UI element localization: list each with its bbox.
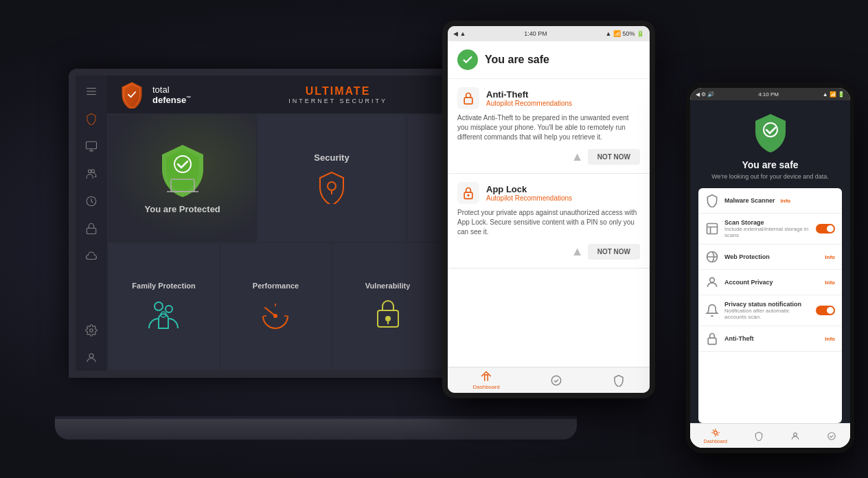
performance-icon bbox=[257, 297, 295, 331]
tablet-not-now-button[interactable]: NOT NOW bbox=[588, 149, 640, 165]
malware-icon bbox=[705, 194, 719, 207]
tablet-anti-theft-subtitle: Autopilot Recommendations bbox=[486, 100, 572, 107]
phone-nav-item4[interactable] bbox=[827, 431, 836, 441]
hero-shield-icon bbox=[152, 142, 214, 197]
tablet-app-lock-body: Protect your private apps against unauth… bbox=[457, 208, 640, 237]
tablet-app-lock-info: App Lock Autopilot Recommendations bbox=[486, 184, 572, 202]
phone-list-item-web[interactable]: Web Protection Info bbox=[698, 244, 842, 270]
logo-text: total defense™ bbox=[152, 84, 191, 105]
tablet-screen: ◀ ▲ 1:40 PM ▲ 📶 50% 🔋 You are safe bbox=[448, 26, 650, 393]
tablet-nav-icon2[interactable] bbox=[550, 374, 562, 387]
tile-protected-label: You are Protected bbox=[145, 204, 220, 214]
tile-security-label: Security bbox=[314, 152, 349, 163]
phone-status-time: 4:10 PM bbox=[758, 91, 779, 98]
tablet-status-left: ◀ ▲ bbox=[453, 30, 466, 37]
tablet-app-lock-header: App Lock Autopilot Recommendations bbox=[457, 182, 640, 204]
logo-total: total bbox=[152, 84, 191, 95]
phone-nav-icon2 bbox=[754, 431, 764, 441]
scan-storage-toggle[interactable] bbox=[816, 224, 835, 234]
tile-performance[interactable]: Performance bbox=[220, 243, 331, 370]
svg-point-37 bbox=[551, 376, 561, 385]
phone-list-item-account[interactable]: Account Privacy Info bbox=[698, 270, 842, 295]
phone-shield-icon bbox=[750, 111, 791, 152]
tile-family-protection[interactable]: Family Protection bbox=[108, 243, 219, 370]
svg-point-32 bbox=[385, 316, 391, 321]
svg-point-23 bbox=[155, 302, 163, 310]
svg-rect-3 bbox=[87, 141, 97, 149]
phone-safe-title: You are safe bbox=[742, 159, 798, 170]
web-label: Web Protection bbox=[724, 253, 819, 260]
phone-list-item-privacy[interactable]: Privacy status notification Notification… bbox=[698, 295, 842, 326]
svg-rect-39 bbox=[707, 224, 718, 234]
sidebar-family-icon[interactable] bbox=[84, 166, 99, 181]
tablet-app-lock-subtitle: Autopilot Recommendations bbox=[486, 194, 572, 202]
family-icon bbox=[145, 297, 183, 331]
privacy-icon bbox=[705, 304, 719, 317]
app-lock-icon bbox=[457, 182, 479, 204]
phone-screen: ◀ ⚙ 🔊 4:10 PM ▲ 📶 🔋 You are safe We're l… bbox=[690, 88, 850, 448]
sidebar-user-icon[interactable] bbox=[84, 350, 99, 365]
phone-nav-dashboard-icon bbox=[711, 428, 720, 437]
tablet-device: ◀ ▲ 1:40 PM ▲ 📶 50% 🔋 You are safe bbox=[442, 21, 655, 398]
phone-status-right: ▲ 📶 🔋 bbox=[823, 91, 845, 98]
sidebar-settings-icon[interactable] bbox=[84, 323, 99, 338]
tile-protected[interactable]: You are Protected bbox=[108, 115, 256, 242]
phone-nav-icon3 bbox=[790, 431, 800, 441]
scan-icon bbox=[705, 222, 719, 236]
svg-point-43 bbox=[710, 277, 715, 282]
sidebar-shield-icon[interactable] bbox=[84, 111, 99, 126]
logo-defense: defense™ bbox=[152, 95, 191, 105]
phone-list-item-antitheft[interactable]: Anti-Theft Info bbox=[698, 326, 842, 352]
phone-nav-dashboard[interactable]: Dashboard bbox=[704, 428, 727, 444]
tablet-nav-dashboard[interactable]: Dashboard bbox=[472, 370, 499, 390]
tablet-arrow-icon: ▲ bbox=[571, 150, 584, 164]
product-subtitle: INTERNET SECURITY bbox=[288, 98, 387, 104]
tablet-app-lock-title: App Lock bbox=[486, 184, 572, 194]
scan-label: Scan Storage bbox=[724, 219, 810, 226]
tablet-anti-theft-body: Activate Anti-Theft to be prepared in th… bbox=[457, 113, 640, 142]
tablet-nav-icon3[interactable] bbox=[613, 374, 625, 387]
malware-info-badge[interactable]: Info bbox=[781, 198, 791, 204]
tile-vulnerability[interactable]: Vulnerability bbox=[332, 243, 443, 370]
phone-status-left: ◀ ⚙ 🔊 bbox=[696, 91, 714, 98]
tablet-bottom-nav: Dashboard bbox=[448, 367, 650, 393]
sidebar-lock-icon[interactable] bbox=[84, 221, 99, 236]
tablet-nav-dashboard-label: Dashboard bbox=[472, 384, 499, 390]
sidebar-menu-icon[interactable] bbox=[84, 84, 99, 99]
svg-point-27 bbox=[273, 314, 277, 318]
phone-list-item-malware[interactable]: Malware Scanner Info bbox=[698, 188, 842, 214]
tablet-content: You are safe Anti-Theft Autopi bbox=[448, 41, 650, 367]
sidebar-clock-icon[interactable] bbox=[84, 194, 99, 209]
laptop-base bbox=[55, 419, 577, 440]
malware-label: Malware Scanner bbox=[724, 197, 775, 204]
svg-point-10 bbox=[90, 329, 93, 332]
antitheft-info-badge[interactable]: Info bbox=[825, 336, 835, 342]
tablet-status-right: ▲ 📶 50% 🔋 bbox=[606, 30, 644, 37]
phone-list-item-scan[interactable]: Scan Storage Include external/internal s… bbox=[698, 214, 842, 244]
tablet-card-header: Anti-Theft Autopilot Recommendations bbox=[457, 87, 640, 109]
tablet-safe-banner: You are safe bbox=[448, 41, 650, 79]
svg-point-24 bbox=[165, 306, 172, 312]
product-ultimate: ULTIMATE bbox=[288, 85, 387, 98]
phone-nav-dashboard-label: Dashboard bbox=[704, 439, 727, 444]
svg-rect-34 bbox=[464, 98, 472, 104]
sidebar-monitor-icon[interactable] bbox=[84, 139, 99, 154]
account-info-badge[interactable]: Info bbox=[825, 280, 835, 286]
svg-point-6 bbox=[89, 170, 92, 173]
svg-rect-9 bbox=[87, 228, 96, 234]
security-icon bbox=[315, 170, 349, 204]
web-info-badge[interactable]: Info bbox=[825, 254, 835, 260]
tile-security[interactable]: Security bbox=[258, 115, 405, 242]
phone-nav-item3[interactable] bbox=[790, 431, 800, 441]
phone-nav-item2[interactable] bbox=[754, 431, 764, 441]
tablet-not-now2-button[interactable]: NOT NOW bbox=[588, 244, 640, 260]
sidebar bbox=[76, 76, 107, 371]
privacy-toggle[interactable] bbox=[816, 306, 835, 315]
tablet-safe-icon bbox=[457, 49, 478, 70]
phone-nav-icon4 bbox=[827, 431, 836, 441]
phone-content: You are safe We're looking out for your … bbox=[690, 100, 850, 423]
phone-security-list: Malware Scanner Info Scan Storage bbox=[698, 188, 842, 423]
privacy-sub: Notification after automatic accounts sc… bbox=[724, 308, 810, 320]
privacy-notification-text: Privacy status notification Notification… bbox=[724, 301, 810, 320]
sidebar-cloud-icon[interactable] bbox=[84, 249, 99, 264]
